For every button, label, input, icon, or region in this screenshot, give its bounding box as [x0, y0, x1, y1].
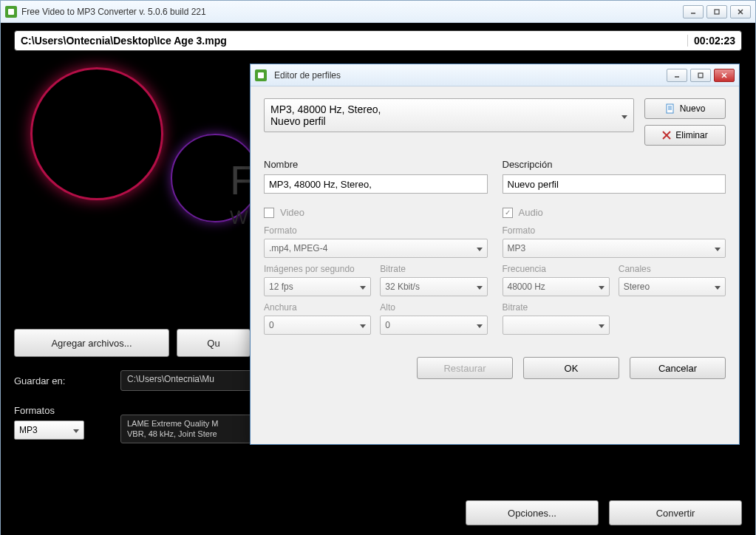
chevron-down-icon: [715, 282, 721, 292]
restore-button[interactable]: Restaurar: [417, 357, 513, 379]
frequency-combo[interactable]: 48000 Hz: [503, 277, 610, 296]
chevron-down-icon: [622, 109, 627, 121]
dialog-close-button[interactable]: [714, 69, 735, 82]
chevron-down-icon: [715, 243, 721, 253]
dialog-maximize-button[interactable]: [690, 69, 711, 82]
description-input[interactable]: [503, 174, 726, 194]
chevron-down-icon: [477, 243, 483, 253]
chevron-down-icon: [360, 282, 366, 292]
dialog-title: Editor de perfiles: [274, 70, 667, 81]
frequency-label: Frecuencia: [503, 264, 610, 274]
convert-button[interactable]: Convertir: [609, 500, 742, 525]
name-input[interactable]: [264, 174, 488, 194]
height-combo[interactable]: 0: [380, 316, 487, 335]
main-window-title: Free Video to MP3 Converter v. 5.0.6 bui…: [21, 7, 683, 17]
svg-rect-5: [698, 73, 703, 78]
format-select[interactable]: MP3: [14, 420, 84, 440]
save-to-label: Guardar en:: [14, 375, 110, 386]
file-info-bar: C:\Users\Ontecnia\Desktop\Ice Age 3.mpg …: [14, 30, 742, 51]
dialog-minimize-button[interactable]: [667, 69, 687, 82]
profile-editor-dialog: Editor de perfiles MP3, 48000 Hz, Stereo…: [250, 64, 740, 445]
delete-x-icon: [662, 131, 671, 140]
minimize-button[interactable]: [683, 5, 704, 18]
format-value: MP3: [19, 425, 38, 435]
video-format-combo[interactable]: .mp4, MPEG-4: [264, 239, 488, 258]
profile-select[interactable]: MP3, 48000 Hz, Stereo, Nuevo perfil: [264, 98, 634, 132]
chevron-down-icon: [73, 425, 79, 435]
video-checkbox[interactable]: [264, 208, 274, 218]
file-duration: 00:02:23: [687, 35, 741, 47]
fps-label: Imágenes por segundo: [264, 264, 371, 274]
chevron-down-icon: [360, 320, 366, 330]
audio-checkbox[interactable]: [503, 208, 513, 218]
channels-label: Canales: [619, 264, 726, 274]
app-icon: [255, 69, 267, 81]
height-label: Alto: [380, 302, 487, 313]
profile-line2: Nuevo perfil: [270, 115, 627, 127]
audio-format-combo[interactable]: MP3: [503, 239, 726, 258]
fps-combo[interactable]: 12 fps: [264, 277, 371, 296]
remove-button[interactable]: Qu: [177, 329, 251, 357]
svg-rect-1: [715, 10, 719, 14]
chevron-down-icon: [477, 282, 483, 292]
width-combo[interactable]: 0: [264, 316, 371, 335]
video-bitrate-combo[interactable]: 32 Kbit/s: [380, 277, 487, 296]
audio-label: Audio: [519, 207, 543, 218]
video-settings: Video Formato .mp4, MPEG-4 Imágenes por …: [264, 207, 488, 335]
audio-bitrate-combo[interactable]: [503, 316, 610, 335]
options-button[interactable]: Opciones...: [466, 500, 599, 525]
close-button[interactable]: [730, 5, 751, 18]
channels-combo[interactable]: Stereo: [619, 277, 726, 296]
width-label: Anchura: [264, 302, 371, 313]
file-path: C:\Users\Ontecnia\Desktop\Ice Age 3.mpg: [15, 35, 687, 47]
name-label: Nombre: [264, 159, 488, 170]
video-label: Video: [280, 207, 304, 218]
chevron-down-icon: [599, 320, 605, 330]
description-label: Descripción: [503, 159, 726, 170]
audio-settings: Audio Formato MP3 Frecuencia 48000 Hz: [503, 207, 726, 335]
app-icon: [5, 6, 17, 18]
video-bitrate-label: Bitrate: [380, 264, 487, 274]
dialog-titlebar[interactable]: Editor de perfiles: [251, 64, 739, 86]
ok-button[interactable]: OK: [523, 357, 619, 379]
profile-line1: MP3, 48000 Hz, Stereo,: [270, 103, 627, 115]
audio-bitrate-label: Bitrate: [503, 302, 610, 313]
main-titlebar[interactable]: Free Video to MP3 Converter v. 5.0.6 bui…: [1, 1, 755, 23]
chevron-down-icon: [477, 320, 483, 330]
document-icon: [665, 103, 675, 114]
audio-format-label: Formato: [503, 225, 726, 236]
svg-rect-8: [667, 104, 673, 113]
video-format-label: Formato: [264, 225, 488, 236]
formats-label: Formatos: [14, 405, 110, 416]
cancel-button[interactable]: Cancelar: [630, 357, 726, 379]
maximize-button[interactable]: [706, 5, 727, 18]
delete-profile-button[interactable]: Eliminar: [644, 125, 726, 146]
chevron-down-icon: [599, 282, 605, 292]
new-profile-button[interactable]: Nuevo: [644, 98, 726, 119]
add-files-button[interactable]: Agregar archivos...: [14, 329, 169, 357]
